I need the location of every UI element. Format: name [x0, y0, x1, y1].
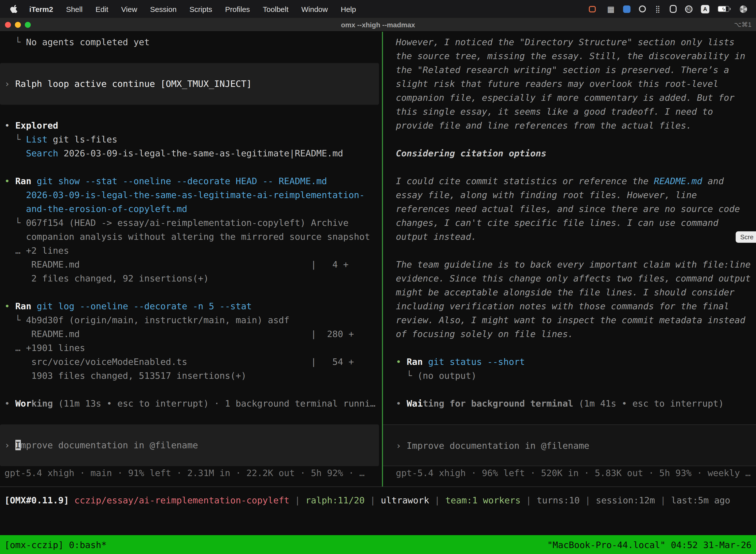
terminal-line: • Waiting for background terminal (1m 41… [383, 397, 756, 410]
blue-app-icon[interactable] [623, 5, 630, 13]
terminal-line: └ List git ls-files [0, 132, 382, 147]
terminal-line [0, 383, 382, 397]
terminal-line: README.md | 280 + [0, 327, 382, 341]
minimize-button[interactable] [15, 21, 21, 27]
terminal-line: this single essay, it seems like a good … [383, 105, 756, 119]
menu-item-window[interactable]: Window [295, 5, 334, 13]
terminal-line [383, 341, 756, 355]
dots-grid-icon[interactable]: ⣿ [654, 4, 661, 13]
screen: iTerm2ShellEditViewSessionScriptsProfile… [0, 0, 756, 554]
grid-icon[interactable]: ▦ [607, 4, 615, 13]
terminal-line: slight risk that future readers may over… [383, 77, 756, 91]
close-button[interactable] [5, 21, 11, 27]
menu-item-iterm2[interactable]: iTerm2 [23, 5, 60, 13]
terminal-line [383, 160, 756, 174]
terminal-line: src/voice/voiceModeEnabled.ts | 54 + [0, 355, 382, 369]
terminal-line: … +1901 lines [0, 341, 382, 355]
battery-gauge-icon[interactable]: 61 [685, 5, 693, 13]
terminal-line [0, 91, 379, 105]
terminal-line [383, 425, 756, 439]
terminal-line [0, 410, 382, 425]
menu-item-profiles[interactable]: Profiles [219, 5, 256, 13]
prompt-input-left[interactable]: › Improve documentation in @filename [0, 425, 379, 466]
terminal-line: and-the-erosion-of-copyleft.md [0, 202, 382, 216]
terminal-line [0, 63, 379, 77]
terminal-content: └ No agents completed yet› Ralph loop ac… [0, 32, 756, 487]
key-icon[interactable] [670, 5, 677, 13]
terminal-line: Considering citation options [383, 147, 756, 160]
session-stats-right: gpt-5.4 xhigh · 96% left · 520K in · 5.8… [383, 466, 756, 480]
right-pane[interactable]: However, I noticed the "Directory Struct… [383, 32, 756, 487]
terminal-line: └ (no output) [383, 369, 756, 383]
menu-item-edit[interactable]: Edit [89, 5, 115, 13]
terminal-line [383, 244, 756, 258]
terminal-line [0, 49, 382, 63]
terminal-line: might be acceptable alongside the file l… [383, 285, 756, 299]
terminal-line [0, 285, 382, 299]
terminal-line [383, 132, 756, 147]
session-stats-left: gpt-5.4 xhigh · main · 91% left · 2.31M … [0, 466, 382, 480]
terminal-line: of focusing solely on file lines. [383, 327, 756, 341]
terminal-line: … +2 lines [0, 244, 382, 258]
terminal-line: companion file, especially if more comme… [383, 91, 756, 105]
menu-item-scripts[interactable]: Scripts [183, 5, 219, 13]
terminal-line: README.md | 4 + [0, 258, 382, 272]
terminal-line: • Ran git log --oneline --decorate -n 5 … [0, 299, 382, 313]
tmux-host-time: "MacBook-Pro-44.local" 04:52 31-Mar-26 [547, 539, 752, 550]
terminal-line: └ 4b9d30f (origin/main, instructkr/main,… [0, 313, 382, 327]
terminal-line: However, I noticed the "Directory Struct… [383, 35, 756, 49]
window-shortcut: ⌥⌘1 [734, 21, 756, 28]
apple-menu-icon[interactable] [10, 4, 18, 13]
terminal-line [0, 425, 379, 438]
fan-icon[interactable] [740, 5, 747, 13]
terminal-line: review. Also, I might want to inspect th… [383, 313, 756, 327]
terminal-line: The team guideline is to back every impo… [383, 258, 756, 272]
terminal-line [383, 383, 756, 397]
terminal-line: companion analysis without altering the … [0, 230, 382, 244]
terminal-line: • Working (11m 13s • esc to interrupt) ·… [0, 397, 382, 410]
menu-item-help[interactable]: Help [334, 5, 363, 13]
terminal-line: essay file, along with finding root file… [383, 188, 756, 202]
terminal-line: changes, I can't cite specific file line… [383, 216, 756, 230]
terminal-line: • Explored [0, 119, 382, 132]
traffic-lights [5, 21, 31, 27]
menu-item-toolbelt[interactable]: Toolbelt [256, 5, 295, 13]
menu-item-view[interactable]: View [115, 5, 144, 13]
menu-item-session[interactable]: Session [144, 5, 183, 13]
terminal-line: 2026-03-09-is-legal-the-same-as-legitima… [0, 188, 382, 202]
terminal-line: 1903 files changed, 513517 insertions(+) [0, 369, 382, 383]
battery-charging-icon[interactable]: ϟ [718, 6, 729, 12]
screen-edge-tooltip[interactable]: Scre [736, 231, 756, 243]
terminal-line: references need actual files, and since … [383, 202, 756, 216]
omx-status-area: [OMX#0.11.9] cczip/essay/ai-reimplementa… [0, 487, 756, 535]
terminal-line: • Ran git show --stat --oneline --decora… [0, 174, 382, 188]
circle-app-icon[interactable] [639, 5, 646, 12]
ralph-loop-banner: › Ralph loop active continue [OMX_TMUX_I… [0, 63, 379, 105]
menu-item-shell[interactable]: Shell [60, 5, 89, 13]
screen-recording-icon[interactable] [589, 6, 596, 12]
terminal-line: └ No agents completed yet [0, 35, 382, 49]
terminal-line: gpt-5.4 xhigh · main · 91% left · 2.31M … [0, 466, 382, 480]
window-title: omx --xhigh --madmax [0, 20, 756, 29]
agent-transcript-left: • Explored └ List git ls-files Search 20… [0, 105, 382, 425]
terminal-line: 2 files changed, 92 insertions(+) [0, 272, 382, 285]
terminal-line [0, 452, 379, 466]
terminal-line: output instead. [383, 230, 756, 244]
terminal-line: evidence. Since this change only affects… [383, 272, 756, 285]
terminal-line: I could cite commit statistics or refere… [383, 174, 756, 188]
prompt-input-right[interactable]: › Improve documentation in @filename [383, 425, 756, 466]
agents-status: └ No agents completed yet [0, 35, 382, 63]
terminal-line: › Improve documentation in @filename [383, 439, 756, 453]
terminal-line [383, 410, 756, 425]
terminal-line: the source tree, missing the essay. Stil… [383, 49, 756, 63]
terminal-line: › Improve documentation in @filename [0, 438, 379, 452]
menu-bar: iTerm2ShellEditViewSessionScriptsProfile… [0, 0, 756, 18]
terminal-line: Search 2026-03-09-is-legal-the-same-as-l… [0, 147, 382, 160]
tmux-session-window: [omx-cczip] 0:bash* [4, 539, 107, 550]
terminal-line: • Ran git status --short [383, 355, 756, 369]
zoom-button[interactable] [25, 21, 31, 27]
left-pane[interactable]: └ No agents completed yet› Ralph loop ac… [0, 32, 382, 487]
terminal-line: the "Related research writing" section i… [383, 63, 756, 77]
input-source-icon[interactable]: A [701, 5, 709, 13]
terminal-line: provide file and line references from th… [383, 119, 756, 132]
